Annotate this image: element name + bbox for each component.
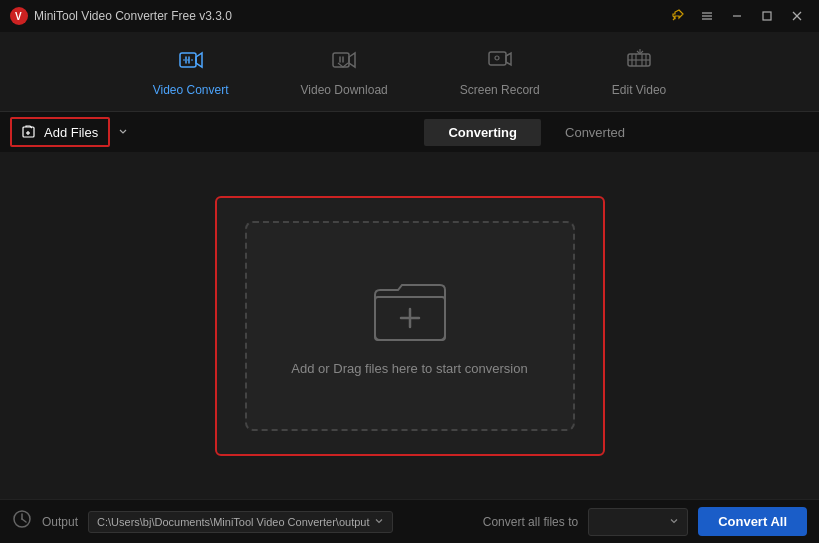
output-label: Output [42,515,78,529]
main-content: Add or Drag files here to start conversi… [0,152,819,499]
close-button[interactable] [783,5,811,27]
add-files-label: Add Files [44,125,98,140]
folder-add-icon [370,275,450,345]
format-dropdown[interactable] [588,508,688,536]
drop-zone-text: Add or Drag files here to start conversi… [291,361,527,376]
convert-all-button[interactable]: Convert All [698,507,807,536]
nav-label-screen-record: Screen Record [460,83,540,97]
svg-rect-7 [763,12,771,20]
nav-item-screen-record[interactable]: Screen Record [444,39,556,105]
app-logo-icon: V [10,7,28,25]
output-path-text: C:\Users\bj\Documents\MiniTool Video Con… [97,516,369,528]
nav-item-video-download[interactable]: Video Download [285,39,404,105]
nav-bar: Video Convert Video Download Screen Reco… [0,32,819,112]
nav-label-video-convert: Video Convert [153,83,229,97]
nav-item-edit-video[interactable]: Edit Video [596,39,683,105]
svg-rect-12 [489,52,506,65]
edit-video-icon [626,47,652,79]
video-convert-icon [178,47,204,79]
svg-text:V: V [15,11,22,22]
dropdown-arrow-icon [118,126,128,136]
title-bar-left: V MiniTool Video Converter Free v3.3.0 [10,7,232,25]
window-controls [663,5,811,27]
title-bar: V MiniTool Video Converter Free v3.3.0 [0,0,819,32]
app-title: MiniTool Video Converter Free v3.3.0 [34,9,232,23]
maximize-button[interactable] [753,5,781,27]
status-bar: Output C:\Users\bj\Documents\MiniTool Vi… [0,499,819,543]
menu-button[interactable] [693,5,721,27]
video-download-icon [331,47,357,79]
minimize-button[interactable] [723,5,751,27]
clock-icon [12,509,32,534]
add-files-button[interactable]: Add Files [10,117,110,147]
nav-label-edit-video: Edit Video [612,83,667,97]
toolbar: Add Files Converting Converted [0,112,819,152]
svg-line-29 [22,519,26,522]
format-dropdown-arrow-icon [669,516,679,528]
output-dropdown-arrow-icon [374,516,384,528]
tab-converted[interactable]: Converted [541,119,649,146]
add-files-dropdown-button[interactable] [114,121,132,143]
nav-item-video-convert[interactable]: Video Convert [137,39,245,105]
svg-line-2 [673,18,675,20]
screen-record-icon [487,47,513,79]
add-files-icon [22,124,38,140]
pin-button[interactable] [663,5,691,27]
convert-all-files-label: Convert all files to [483,515,578,529]
drop-zone-inner[interactable]: Add or Drag files here to start conversi… [245,221,575,431]
svg-point-13 [495,56,499,60]
tab-group: Converting Converted [424,119,649,146]
output-path-container[interactable]: C:\Users\bj\Documents\MiniTool Video Con… [88,511,392,533]
tab-converting[interactable]: Converting [424,119,541,146]
drop-zone-outer[interactable]: Add or Drag files here to start conversi… [215,196,605,456]
nav-label-video-download: Video Download [301,83,388,97]
